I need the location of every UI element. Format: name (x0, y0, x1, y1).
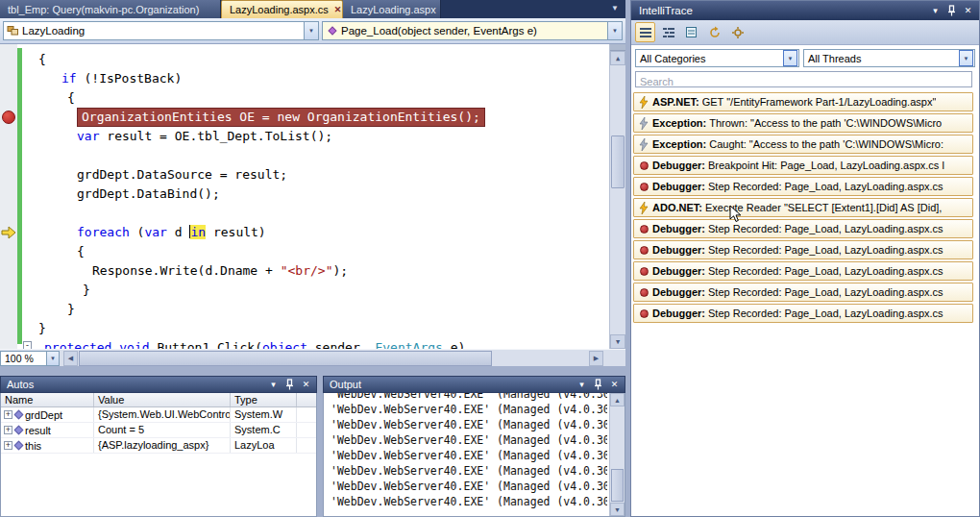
chevron-down-icon[interactable]: ▼ (304, 22, 318, 39)
refresh-icon[interactable] (704, 22, 724, 42)
expand-icon[interactable]: + (4, 441, 12, 450)
autos-row[interactable]: +grdDept{System.Web.UI.WebControlsSystem… (1, 407, 316, 423)
code-line: protected void Button1_Click(object send… (35, 338, 608, 349)
editor-horizontal-scrollbar[interactable]: 100 % ▼ ◀ ▶ (0, 349, 625, 366)
scroll-down-icon[interactable]: ▼ (610, 503, 625, 516)
tab-tbl-emp-query[interactable]: tbl_Emp: Query(makvin-pc.Organization) (0, 0, 221, 18)
event-category: Debugger: (652, 286, 705, 298)
intellitrace-event[interactable]: ADO.NET:Execute Reader "SELECT [Extent1]… (633, 198, 973, 217)
chevron-down-icon[interactable]: ▾ (267, 379, 280, 391)
zoom-combo[interactable]: 100 % ▼ (0, 351, 60, 366)
column-header-value[interactable]: Value (94, 393, 231, 406)
adonet-event-icon (637, 202, 650, 214)
column-header-type[interactable]: Type (231, 393, 297, 406)
editor-vertical-scrollbar[interactable]: ▲ ▼ (609, 44, 625, 349)
scrollbar-thumb[interactable] (79, 351, 492, 366)
close-icon[interactable]: ✕ (962, 5, 974, 17)
code-editor[interactable]: {if (!IsPostBack){OrganizationEntities O… (0, 44, 625, 349)
save-log-icon[interactable] (681, 22, 701, 42)
output-vertical-scrollbar[interactable]: ▲ ▼ (609, 393, 625, 516)
zoom-value: 100 % (1, 353, 46, 364)
autos-title-bar[interactable]: Autos ▾ ✕ (0, 376, 317, 393)
options-gear-icon[interactable] (727, 22, 747, 42)
autos-grid-header: Name Value Type (1, 393, 316, 407)
categories-filter-combo[interactable]: All Categories ▼ (635, 49, 799, 67)
output-line: 'WebDev.WebServer40.EXE' (Managed (v4.0.… (331, 479, 607, 494)
document-list-dropdown-icon[interactable]: ▼ (611, 5, 619, 12)
intellitrace-event[interactable]: Exception:Caught: "Access to the path 'C… (633, 135, 973, 154)
output-title-bar[interactable]: Output ▾ ✕ (323, 376, 625, 393)
tab-label: LazyLoading.aspx (351, 4, 436, 15)
variable-name: grdDept (25, 409, 62, 421)
event-category: Debugger: (652, 223, 705, 234)
variable-value: {System.Web.UI.WebControls (94, 407, 231, 422)
event-text: Thrown: "Access to the path 'C:\WINDOWS\… (709, 117, 942, 129)
output-content[interactable]: 'WebDev.WebServer40.EXE' (Managed (v4.0.… (323, 393, 625, 517)
search-input[interactable] (636, 75, 971, 89)
scrollbar-thumb[interactable] (611, 135, 625, 188)
intellitrace-event[interactable]: Debugger:Breakpoint Hit: Page_Load, Lazy… (633, 156, 973, 175)
scroll-right-icon[interactable]: ▶ (589, 351, 603, 366)
intellitrace-toolbar (631, 20, 979, 45)
chevron-down-icon[interactable]: ▼ (959, 50, 973, 66)
scroll-left-icon[interactable]: ◀ (63, 351, 78, 366)
intellitrace-event[interactable]: Exception:Thrown: "Access to the path 'C… (633, 113, 973, 133)
code-lines: {if (!IsPostBack){OrganizationEntities O… (35, 50, 608, 349)
intellitrace-title-bar[interactable]: IntelliTrace ▾ ✕ (631, 1, 979, 20)
close-icon[interactable]: ✕ (334, 6, 342, 14)
tab-lazyloading-aspx[interactable]: LazyLoading.aspx (343, 0, 441, 18)
threads-filter-combo[interactable]: All Threads ▼ (803, 49, 975, 67)
close-icon[interactable]: ✕ (300, 379, 312, 391)
scroll-up-icon[interactable]: ▲ (610, 393, 625, 406)
code-line: Response.Write(d.Dname + "<br/>"); (35, 261, 608, 281)
intellitrace-event[interactable]: ASP.NET:GET "/EntityFramework Part-1/Laz… (633, 92, 973, 111)
expand-icon[interactable]: + (4, 410, 12, 419)
panel-title: Output (330, 379, 361, 390)
variable-value: Count = 5 (94, 423, 231, 437)
scroll-up-icon[interactable]: ▲ (610, 51, 625, 65)
output-line: 'WebDev.WebServer40.EXE' (Managed (v4.0.… (331, 417, 607, 432)
fold-collapse-icon[interactable]: - (23, 341, 32, 349)
pin-icon[interactable] (592, 379, 604, 391)
events-view-icon[interactable] (635, 22, 655, 42)
autos-row[interactable]: +resultCount = 5System.C (1, 423, 316, 438)
intellitrace-event[interactable]: Debugger:Step Recorded: Page_Load, LazyL… (633, 177, 973, 196)
row-filler (297, 407, 316, 422)
column-header-name[interactable]: Name (1, 393, 94, 406)
intellitrace-event[interactable]: Debugger:Step Recorded: Page_Load, LazyL… (633, 261, 973, 281)
splitter-grip[interactable] (610, 44, 625, 51)
chevron-down-icon[interactable]: ▾ (576, 379, 588, 391)
editor-navigation-bar: LazyLoading ▼ Page_Load(object sender, E… (0, 18, 625, 44)
calls-view-icon[interactable] (658, 22, 678, 42)
chevron-down-icon[interactable]: ▼ (46, 352, 59, 365)
scrollbar-thumb[interactable] (611, 469, 624, 502)
intellitrace-event[interactable]: Debugger:Step Recorded: Page_Load, LazyL… (633, 240, 973, 259)
autos-row[interactable]: +this{ASP.lazyloading_aspx}LazyLoa (1, 438, 316, 454)
variable-type: LazyLoa (231, 438, 297, 453)
code-line (35, 204, 608, 223)
chevron-down-icon[interactable]: ▼ (607, 22, 622, 39)
intellitrace-event[interactable]: Debugger:Step Recorded: Page_Load, LazyL… (633, 304, 973, 323)
tab-lazyloading-aspx-cs[interactable]: LazyLoading.aspx.cs ✕ (221, 0, 343, 18)
pin-icon[interactable] (283, 379, 296, 391)
breakpoint-icon[interactable] (2, 111, 15, 124)
output-line: 'WebDev.WebServer40.EXE' (Managed (v4.0.… (331, 393, 607, 402)
variable-name: this (25, 440, 41, 452)
debugger-event-icon (637, 225, 650, 234)
members-combo[interactable]: Page_Load(object sender, EventArgs e) ▼ (322, 21, 623, 40)
close-icon[interactable]: ✕ (608, 379, 621, 391)
types-combo[interactable]: LazyLoading ▼ (3, 21, 319, 40)
code-line: { (35, 88, 608, 108)
intellitrace-panel: IntelliTrace ▾ ✕ (630, 0, 980, 517)
chevron-down-icon[interactable]: ▼ (783, 50, 797, 66)
scroll-down-icon[interactable]: ▼ (610, 334, 625, 349)
exception-event-icon (637, 117, 650, 130)
panel-title: IntelliTrace (639, 5, 693, 16)
intellitrace-event[interactable]: Debugger:Step Recorded: Page_Load, LazyL… (633, 219, 973, 238)
chevron-down-icon[interactable]: ▾ (929, 5, 942, 17)
breakpoint-margin[interactable] (0, 44, 17, 349)
autos-grid: Name Value Type +grdDept{System.Web.UI.W… (0, 393, 317, 517)
intellitrace-event[interactable]: Debugger:Step Recorded: Page_Load, LazyL… (633, 283, 973, 302)
expand-icon[interactable]: + (4, 426, 12, 434)
pin-icon[interactable] (945, 5, 958, 17)
